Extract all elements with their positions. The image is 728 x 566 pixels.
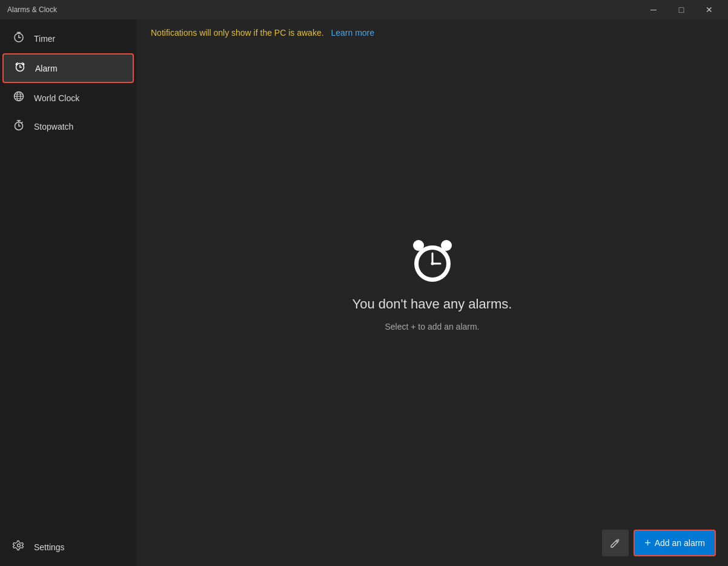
sidebar-item-worldclock[interactable]: World Clock [2, 84, 134, 112]
close-button[interactable]: ✕ [695, 0, 723, 19]
alarm-icon [13, 61, 27, 76]
sidebar-item-timer[interactable]: Timer [2, 25, 134, 52]
minimize-button[interactable]: ─ [640, 0, 667, 19]
worldclock-icon [12, 90, 25, 105]
settings-icon [12, 539, 25, 554]
timer-icon [12, 31, 25, 46]
svg-point-10 [16, 64, 18, 65]
edit-button[interactable] [602, 530, 629, 556]
plus-icon: + [644, 537, 651, 550]
maximize-button[interactable]: □ [667, 0, 695, 19]
sidebar-item-timer-label: Timer [34, 34, 55, 44]
sidebar-item-settings[interactable]: Settings [2, 533, 134, 561]
empty-state-secondary-text: Select + to add an alarm. [385, 322, 479, 331]
sidebar-item-worldclock-label: World Clock [34, 93, 79, 103]
pencil-icon [610, 538, 621, 548]
sidebar-item-stopwatch-label: Stopwatch [34, 122, 73, 132]
app-title: Alarms & Clock [7, 5, 57, 14]
empty-state: You don't have any alarms. Select + to a… [136, 46, 728, 566]
bottom-bar: + Add an alarm [590, 520, 728, 566]
sidebar-item-alarm[interactable]: Alarm [2, 53, 134, 83]
sidebar: Timer Alarm [0, 19, 136, 566]
stopwatch-icon [12, 119, 25, 134]
add-alarm-label: Add an alarm [655, 538, 705, 548]
svg-line-31 [616, 541, 618, 543]
title-bar: Alarms & Clock ─ □ ✕ [0, 0, 728, 19]
alarm-illustration-icon [405, 232, 460, 287]
content-area: Notifications will only show if the PC i… [136, 19, 728, 566]
svg-line-22 [22, 122, 23, 124]
app-body: Timer Alarm [0, 19, 728, 566]
add-alarm-button[interactable]: + Add an alarm [634, 530, 716, 556]
sidebar-item-stopwatch[interactable]: Stopwatch [2, 113, 134, 140]
notification-bar: Notifications will only show if the PC i… [136, 19, 728, 46]
empty-state-primary-text: You don't have any alarms. [352, 296, 512, 312]
sidebar-item-alarm-label: Alarm [35, 64, 58, 73]
svg-point-23 [18, 544, 21, 547]
learn-more-link[interactable]: Learn more [331, 28, 374, 38]
svg-point-11 [23, 64, 25, 65]
svg-point-30 [431, 262, 434, 265]
sidebar-item-settings-label: Settings [34, 542, 65, 552]
sidebar-bottom: Settings [0, 533, 136, 561]
notification-text: Notifications will only show if the PC i… [151, 28, 324, 38]
window-controls: ─ □ ✕ [640, 0, 723, 19]
